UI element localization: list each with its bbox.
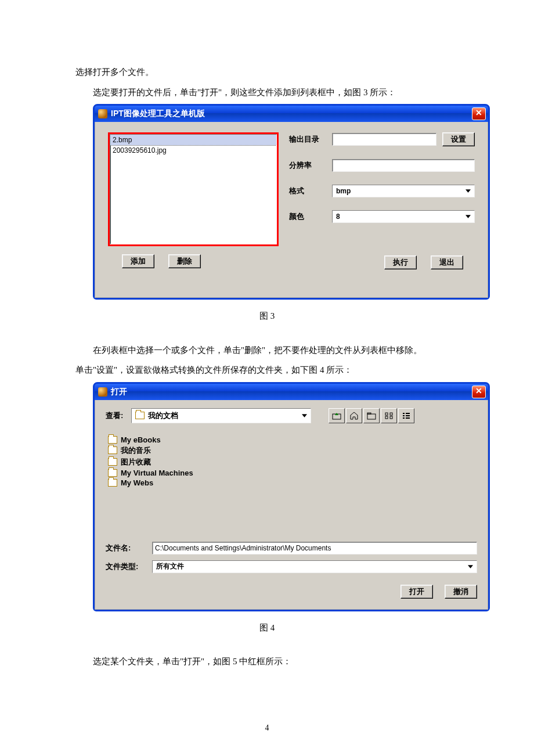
color-select[interactable]: 8: [332, 210, 475, 223]
filetype-select[interactable]: 所有文件: [152, 560, 477, 573]
svg-rect-8: [406, 413, 410, 414]
app-icon: [98, 387, 107, 397]
folder-label: 我的音乐: [121, 445, 151, 456]
folder-icon: [135, 412, 145, 419]
close-icon[interactable]: ✕: [472, 386, 486, 398]
filename-input[interactable]: [152, 542, 477, 555]
close-icon[interactable]: ✕: [472, 107, 486, 120]
folder-icon: [108, 447, 117, 454]
folder-icon: [108, 458, 117, 466]
folder-item[interactable]: 图片收藏: [108, 456, 475, 468]
list-view-icon[interactable]: [381, 408, 397, 423]
filetype-value: 所有文件: [156, 561, 184, 571]
new-folder-icon[interactable]: [363, 408, 380, 423]
paragraph: 在列表框中选择一个或多个文件，单击"删除"，把不要作处理的文件从列表框中移除。: [75, 342, 459, 359]
lookin-value: 我的文档: [148, 411, 178, 421]
folder-item[interactable]: 我的音乐: [108, 445, 475, 456]
titlebar[interactable]: 打开 ✕: [95, 384, 488, 400]
add-button[interactable]: 添加: [122, 254, 154, 268]
home-icon[interactable]: [346, 408, 362, 423]
svg-rect-2: [367, 413, 371, 414]
folder-label: My Webs: [121, 478, 153, 487]
details-view-icon[interactable]: [398, 408, 414, 423]
chevron-down-icon: [463, 211, 473, 222]
folder-item[interactable]: My Webs: [108, 478, 475, 488]
svg-rect-1: [367, 414, 376, 419]
output-dir-input[interactable]: [332, 133, 436, 146]
paragraph: 单击"设置"，设置欲做格式转换的文件所保存的文件夹，如下图 4 所示：: [75, 362, 459, 379]
list-item[interactable]: 2.bmp: [110, 135, 276, 145]
svg-rect-9: [403, 415, 405, 416]
filename-label: 文件名:: [106, 543, 146, 553]
file-browser-area[interactable]: My eBooks 我的音乐 图片收藏 My Virtual Machines …: [106, 430, 477, 538]
lookin-combo[interactable]: 我的文档: [131, 408, 311, 423]
color-label: 颜色: [289, 211, 324, 222]
folder-item[interactable]: My Virtual Machines: [108, 468, 475, 478]
open-dialog-window: 打开 ✕ 查看: 我的文档: [93, 382, 490, 611]
output-dir-label: 输出目录: [289, 134, 324, 145]
window-title: IPT图像处理工具之单机版: [111, 109, 472, 119]
chevron-down-icon: [299, 411, 309, 421]
up-one-level-icon[interactable]: [329, 408, 345, 423]
folder-item[interactable]: My eBooks: [108, 435, 475, 445]
figure-caption-4: 图 4: [75, 620, 459, 636]
run-button[interactable]: 执行: [384, 255, 417, 269]
window-title: 打开: [111, 387, 472, 397]
figure-caption-3: 图 3: [75, 308, 459, 325]
paragraph: 选定要打开的文件后，单击"打开"，则这些文件添加到列表框中，如图 3 所示：: [75, 84, 459, 101]
resolution-label: 分辨率: [289, 160, 324, 171]
cancel-button[interactable]: 撤消: [445, 585, 477, 599]
folder-label: My Virtual Machines: [121, 469, 193, 477]
chevron-down-icon: [463, 186, 473, 196]
color-value: 8: [336, 213, 340, 221]
format-label: 格式: [289, 186, 324, 196]
folder-label: My eBooks: [121, 435, 161, 444]
svg-rect-11: [403, 417, 405, 419]
svg-rect-7: [403, 413, 405, 414]
svg-rect-4: [390, 413, 392, 415]
svg-rect-5: [385, 416, 388, 419]
resolution-input[interactable]: [332, 159, 475, 172]
lookin-label: 查看:: [106, 411, 123, 421]
svg-rect-10: [406, 415, 410, 416]
file-listbox[interactable]: 2.bmp 20039295610.jpg: [110, 134, 277, 244]
folder-icon: [108, 479, 117, 487]
exit-button[interactable]: 退出: [431, 255, 463, 269]
page-number: 4: [0, 723, 534, 733]
svg-rect-3: [385, 413, 388, 415]
paragraph: 选择打开多个文件。: [75, 64, 459, 81]
open-button[interactable]: 打开: [400, 585, 433, 599]
format-select[interactable]: bmp: [332, 185, 475, 197]
filetype-label: 文件类型:: [106, 561, 146, 572]
file-listbox-highlight: 2.bmp 20039295610.jpg: [108, 132, 279, 246]
folder-icon: [108, 436, 117, 444]
folder-icon: [108, 469, 117, 477]
delete-button[interactable]: 删除: [168, 254, 201, 268]
paragraph: 选定某个文件夹，单击"打开"，如图 5 中红框所示：: [75, 653, 459, 670]
format-value: bmp: [336, 187, 351, 195]
settings-button[interactable]: 设置: [442, 132, 475, 146]
app-icon: [98, 109, 107, 118]
chevron-down-icon: [465, 561, 475, 572]
titlebar[interactable]: IPT图像处理工具之单机版 ✕: [95, 106, 488, 122]
list-item[interactable]: 20039295610.jpg: [110, 145, 276, 156]
svg-rect-12: [406, 417, 410, 419]
svg-rect-6: [390, 416, 392, 419]
ipt-window: IPT图像处理工具之单机版 ✕ 2.bmp 20039295610.jpg 输出…: [93, 104, 490, 300]
folder-label: 图片收藏: [121, 457, 151, 467]
